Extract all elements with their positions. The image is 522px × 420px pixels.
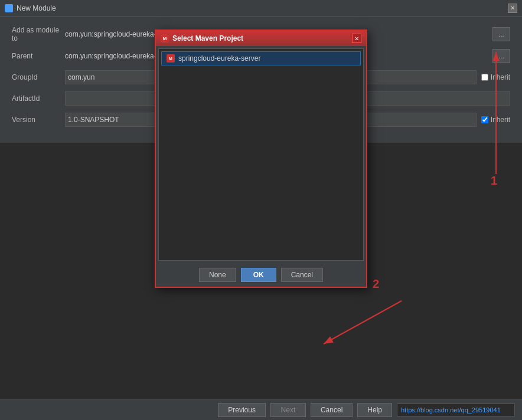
group-id-inherit: Inherit (481, 73, 510, 81)
project-list-item[interactable]: M springcloud-eureka-server (161, 51, 361, 65)
title-bar-left: New Module (5, 4, 56, 12)
add-as-module-dots-button[interactable]: ... (492, 27, 510, 41)
annotation-2: 2 (373, 277, 379, 291)
dialog-titlebar: M Select Maven Project ✕ (156, 31, 366, 46)
svg-text:M: M (169, 57, 172, 61)
group-id-inherit-label: Inherit (491, 73, 510, 81)
group-id-inherit-checkbox[interactable] (481, 74, 488, 81)
url-bar: https://blog.csdn.net/qq_29519041 (397, 403, 515, 416)
dialog-body: M springcloud-eureka-server (158, 48, 364, 261)
previous-button[interactable]: Previous (218, 403, 266, 417)
dialog-footer: None OK Cancel (156, 263, 366, 287)
svg-text:M: M (163, 36, 167, 41)
help-button[interactable]: Help (357, 403, 392, 417)
maven-icon: M (161, 34, 169, 42)
annotation-1: 1 (491, 174, 497, 188)
bottom-bar: Previous Next Cancel Help https://blog.c… (0, 399, 522, 420)
ok-button[interactable]: OK (241, 268, 276, 282)
artifact-id-label: ArtifactId (12, 94, 65, 103)
cancel-button[interactable]: Cancel (281, 268, 323, 282)
select-maven-project-dialog: M Select Maven Project ✕ M springcloud-e… (155, 29, 367, 288)
parent-label: Parent (12, 52, 65, 60)
title-bar: New Module ✕ (0, 0, 522, 17)
project-item-name: springcloud-eureka-server (178, 54, 260, 63)
parent-dots-button[interactable]: ... (492, 49, 510, 63)
svg-line-7 (324, 301, 402, 344)
dialog-title-text: Select Maven Project (172, 34, 243, 42)
group-id-label: GroupId (12, 73, 65, 81)
window-close-button[interactable]: ✕ (508, 4, 517, 13)
dialog-title-left: M Select Maven Project (161, 34, 243, 42)
dialog-container: M Select Maven Project ✕ M springcloud-e… (155, 29, 367, 288)
add-as-module-label: Add as module to (12, 26, 65, 42)
module-icon (5, 4, 13, 12)
project-item-icon: M (167, 54, 175, 63)
none-button[interactable]: None (199, 268, 236, 282)
version-inherit: Inherit (481, 116, 510, 124)
main-cancel-button[interactable]: Cancel (311, 403, 353, 417)
dialog-close-button[interactable]: ✕ (352, 34, 361, 43)
version-inherit-checkbox[interactable] (481, 116, 488, 123)
version-inherit-label: Inherit (491, 116, 510, 124)
window-title: New Module (17, 4, 56, 12)
version-label: Version (12, 116, 65, 124)
next-button[interactable]: Next (270, 403, 306, 417)
